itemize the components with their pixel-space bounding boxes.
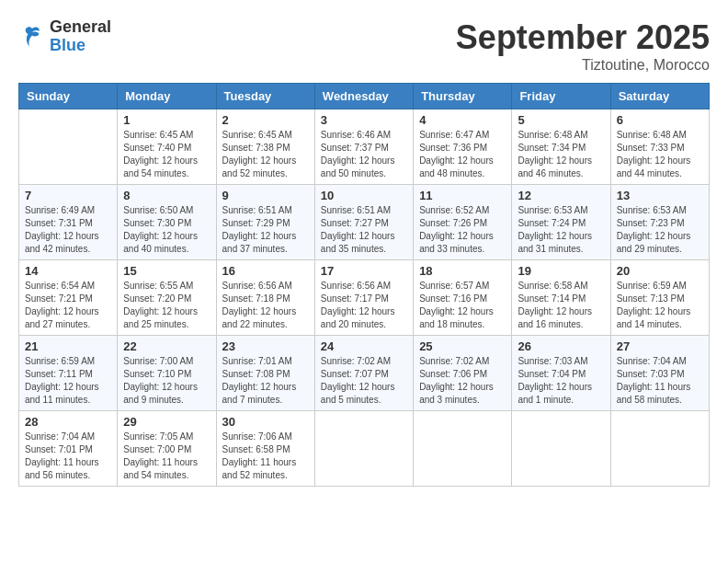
calendar-cell: 11Sunrise: 6:52 AM Sunset: 7:26 PM Dayli… xyxy=(414,185,512,260)
day-number: 11 xyxy=(419,189,506,202)
logo: General Blue xyxy=(18,18,111,55)
weekday-header-row: SundayMondayTuesdayWednesdayThursdayFrid… xyxy=(19,84,710,109)
day-info: Sunrise: 6:45 AM Sunset: 7:38 PM Dayligh… xyxy=(222,129,309,180)
calendar-cell xyxy=(19,109,118,185)
day-number: 1 xyxy=(123,113,210,127)
calendar-cell: 26Sunrise: 7:03 AM Sunset: 7:04 PM Dayli… xyxy=(512,336,610,411)
calendar-cell: 14Sunrise: 6:54 AM Sunset: 7:21 PM Dayli… xyxy=(19,260,118,336)
day-number: 28 xyxy=(25,415,111,429)
day-info: Sunrise: 6:58 AM Sunset: 7:14 PM Dayligh… xyxy=(518,280,604,331)
day-info: Sunrise: 6:51 AM Sunset: 7:29 PM Dayligh… xyxy=(222,204,309,256)
weekday-header-saturday: Saturday xyxy=(610,84,709,109)
calendar-cell: 13Sunrise: 6:53 AM Sunset: 7:23 PM Dayli… xyxy=(610,185,709,260)
day-number: 27 xyxy=(617,339,703,353)
day-info: Sunrise: 6:57 AM Sunset: 7:16 PM Dayligh… xyxy=(419,280,506,331)
logo-general: General xyxy=(50,18,111,37)
day-number: 3 xyxy=(321,113,407,127)
day-info: Sunrise: 6:52 AM Sunset: 7:26 PM Dayligh… xyxy=(419,204,506,256)
day-info: Sunrise: 6:53 AM Sunset: 7:23 PM Dayligh… xyxy=(617,204,703,256)
calendar-cell xyxy=(414,411,512,487)
calendar-cell: 27Sunrise: 7:04 AM Sunset: 7:03 PM Dayli… xyxy=(610,336,709,411)
week-row-3: 21Sunrise: 6:59 AM Sunset: 7:11 PM Dayli… xyxy=(19,336,710,411)
day-number: 21 xyxy=(25,339,111,353)
day-info: Sunrise: 7:05 AM Sunset: 7:00 PM Dayligh… xyxy=(123,431,210,482)
day-info: Sunrise: 6:46 AM Sunset: 7:37 PM Dayligh… xyxy=(321,129,407,180)
day-number: 7 xyxy=(25,189,111,202)
logo-bird-icon xyxy=(18,23,46,51)
location: Tiztoutine, Morocco xyxy=(456,57,710,74)
calendar-cell: 7Sunrise: 6:49 AM Sunset: 7:31 PM Daylig… xyxy=(19,185,118,260)
week-row-2: 14Sunrise: 6:54 AM Sunset: 7:21 PM Dayli… xyxy=(19,260,710,336)
day-info: Sunrise: 6:49 AM Sunset: 7:31 PM Dayligh… xyxy=(25,204,111,256)
day-number: 10 xyxy=(321,189,407,202)
day-number: 26 xyxy=(518,339,604,353)
day-number: 15 xyxy=(123,264,210,278)
week-row-1: 7Sunrise: 6:49 AM Sunset: 7:31 PM Daylig… xyxy=(19,185,710,260)
day-info: Sunrise: 7:02 AM Sunset: 7:06 PM Dayligh… xyxy=(419,355,506,407)
day-number: 14 xyxy=(25,264,111,278)
day-info: Sunrise: 6:51 AM Sunset: 7:27 PM Dayligh… xyxy=(321,204,407,256)
day-info: Sunrise: 6:45 AM Sunset: 7:40 PM Dayligh… xyxy=(123,129,210,180)
day-number: 5 xyxy=(518,113,604,127)
day-number: 20 xyxy=(617,264,703,278)
week-row-0: 1Sunrise: 6:45 AM Sunset: 7:40 PM Daylig… xyxy=(19,109,710,185)
calendar-cell: 15Sunrise: 6:55 AM Sunset: 7:20 PM Dayli… xyxy=(118,260,216,336)
day-number: 18 xyxy=(419,264,506,278)
month-title: September 2025 xyxy=(456,18,710,57)
calendar-cell: 22Sunrise: 7:00 AM Sunset: 7:10 PM Dayli… xyxy=(118,336,216,411)
day-number: 16 xyxy=(222,264,309,278)
day-number: 17 xyxy=(321,264,407,278)
day-number: 9 xyxy=(222,189,309,202)
logo-blue: Blue xyxy=(50,37,111,55)
calendar-table: SundayMondayTuesdayWednesdayThursdayFrid… xyxy=(18,83,710,487)
weekday-header-tuesday: Tuesday xyxy=(216,84,314,109)
day-info: Sunrise: 7:03 AM Sunset: 7:04 PM Dayligh… xyxy=(518,355,604,407)
weekday-header-monday: Monday xyxy=(118,84,216,109)
day-info: Sunrise: 6:59 AM Sunset: 7:13 PM Dayligh… xyxy=(617,280,703,331)
calendar-cell: 28Sunrise: 7:04 AM Sunset: 7:01 PM Dayli… xyxy=(19,411,118,487)
day-number: 29 xyxy=(123,415,210,429)
day-info: Sunrise: 6:54 AM Sunset: 7:21 PM Dayligh… xyxy=(25,280,111,331)
calendar-cell: 2Sunrise: 6:45 AM Sunset: 7:38 PM Daylig… xyxy=(216,109,314,185)
day-number: 4 xyxy=(419,113,506,127)
weekday-header-friday: Friday xyxy=(512,84,610,109)
day-info: Sunrise: 6:56 AM Sunset: 7:18 PM Dayligh… xyxy=(222,280,309,331)
calendar-cell: 10Sunrise: 6:51 AM Sunset: 7:27 PM Dayli… xyxy=(314,185,413,260)
day-info: Sunrise: 6:50 AM Sunset: 7:30 PM Dayligh… xyxy=(123,204,210,256)
day-info: Sunrise: 6:47 AM Sunset: 7:36 PM Dayligh… xyxy=(419,129,506,180)
calendar-cell: 4Sunrise: 6:47 AM Sunset: 7:36 PM Daylig… xyxy=(414,109,512,185)
calendar-cell: 16Sunrise: 6:56 AM Sunset: 7:18 PM Dayli… xyxy=(216,260,314,336)
title-block: September 2025 Tiztoutine, Morocco xyxy=(456,18,710,74)
day-info: Sunrise: 7:04 AM Sunset: 7:03 PM Dayligh… xyxy=(617,355,703,407)
day-number: 8 xyxy=(123,189,210,202)
day-info: Sunrise: 6:48 AM Sunset: 7:33 PM Dayligh… xyxy=(617,129,703,180)
day-info: Sunrise: 7:00 AM Sunset: 7:10 PM Dayligh… xyxy=(123,355,210,407)
day-info: Sunrise: 6:55 AM Sunset: 7:20 PM Dayligh… xyxy=(123,280,210,331)
day-number: 19 xyxy=(518,264,604,278)
day-info: Sunrise: 7:02 AM Sunset: 7:07 PM Dayligh… xyxy=(321,355,407,407)
calendar-cell: 29Sunrise: 7:05 AM Sunset: 7:00 PM Dayli… xyxy=(118,411,216,487)
calendar-cell: 9Sunrise: 6:51 AM Sunset: 7:29 PM Daylig… xyxy=(216,185,314,260)
logo-text: General Blue xyxy=(50,18,111,55)
calendar-cell: 1Sunrise: 6:45 AM Sunset: 7:40 PM Daylig… xyxy=(118,109,216,185)
calendar-cell: 18Sunrise: 6:57 AM Sunset: 7:16 PM Dayli… xyxy=(414,260,512,336)
calendar-cell: 19Sunrise: 6:58 AM Sunset: 7:14 PM Dayli… xyxy=(512,260,610,336)
calendar-cell: 30Sunrise: 7:06 AM Sunset: 6:58 PM Dayli… xyxy=(216,411,314,487)
day-info: Sunrise: 7:06 AM Sunset: 6:58 PM Dayligh… xyxy=(222,431,309,482)
calendar-cell: 5Sunrise: 6:48 AM Sunset: 7:34 PM Daylig… xyxy=(512,109,610,185)
calendar-cell: 24Sunrise: 7:02 AM Sunset: 7:07 PM Dayli… xyxy=(314,336,413,411)
weekday-header-sunday: Sunday xyxy=(19,84,118,109)
calendar-cell: 12Sunrise: 6:53 AM Sunset: 7:24 PM Dayli… xyxy=(512,185,610,260)
calendar-cell: 3Sunrise: 6:46 AM Sunset: 7:37 PM Daylig… xyxy=(314,109,413,185)
day-info: Sunrise: 6:56 AM Sunset: 7:17 PM Dayligh… xyxy=(321,280,407,331)
calendar-cell: 25Sunrise: 7:02 AM Sunset: 7:06 PM Dayli… xyxy=(414,336,512,411)
day-info: Sunrise: 7:01 AM Sunset: 7:08 PM Dayligh… xyxy=(222,355,309,407)
weekday-header-thursday: Thursday xyxy=(414,84,512,109)
calendar-cell xyxy=(314,411,413,487)
calendar-cell: 23Sunrise: 7:01 AM Sunset: 7:08 PM Dayli… xyxy=(216,336,314,411)
calendar-cell: 17Sunrise: 6:56 AM Sunset: 7:17 PM Dayli… xyxy=(314,260,413,336)
calendar-cell: 6Sunrise: 6:48 AM Sunset: 7:33 PM Daylig… xyxy=(610,109,709,185)
calendar-cell: 8Sunrise: 6:50 AM Sunset: 7:30 PM Daylig… xyxy=(118,185,216,260)
day-number: 25 xyxy=(419,339,506,353)
calendar-cell xyxy=(512,411,610,487)
